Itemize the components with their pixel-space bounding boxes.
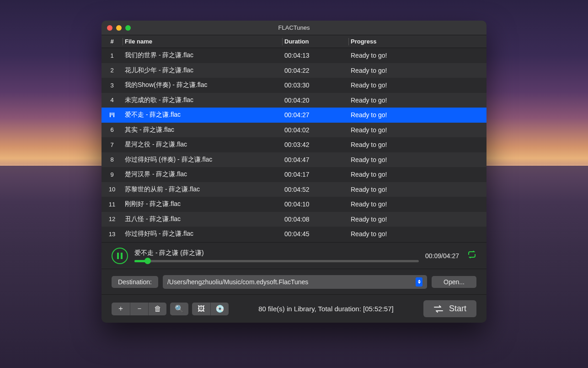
destination-row: Destination: /Users/hengzhuoliu/Music/co… bbox=[102, 269, 486, 294]
minimize-icon[interactable] bbox=[116, 25, 122, 31]
row-duration: 00:04:20 bbox=[283, 97, 348, 104]
start-button[interactable]: Start bbox=[423, 300, 476, 317]
remove-button[interactable]: － bbox=[130, 303, 148, 315]
player-bar: 爱不走 - 薛之谦 (薛之谦) 00:09/04:27 bbox=[102, 242, 486, 269]
table-header: # File name Duration Progress bbox=[102, 35, 486, 48]
destination-path-select[interactable]: /Users/hengzhuoliu/Music/com.edysoft.Fla… bbox=[163, 275, 427, 289]
trash-icon: 🗑 bbox=[154, 305, 161, 313]
column-header-number[interactable]: # bbox=[102, 38, 123, 45]
bottom-toolbar: ＋ － 🗑 🔍 🖼 💿 80 file(s) in Library, Total… bbox=[102, 294, 486, 323]
minus-icon: － bbox=[136, 304, 143, 314]
table-row[interactable]: 6其实 - 薛之谦.flac00:04:02Ready to go! bbox=[102, 123, 486, 138]
row-filename: 我们的世界 - 薛之谦.flac bbox=[123, 51, 282, 60]
row-filename: 苏黎世的从前 - 薛之谦.flac bbox=[123, 185, 282, 194]
table-row[interactable]: 13你过得好吗 - 薛之谦.flac00:04:45Ready to go! bbox=[102, 227, 486, 242]
table-row[interactable]: 10苏黎世的从前 - 薛之谦.flac00:04:52Ready to go! bbox=[102, 182, 486, 197]
row-number: 8 bbox=[102, 156, 123, 163]
row-filename: 刚刚好 - 薛之谦.flac bbox=[123, 200, 282, 208]
table-row[interactable]: 1我们的世界 - 薛之谦.flac00:04:13Ready to go! bbox=[102, 48, 486, 63]
column-header-duration[interactable]: Duration bbox=[283, 38, 348, 45]
row-filename: 丑八怪 - 薛之谦.flac bbox=[123, 215, 282, 223]
row-progress: Ready to go! bbox=[349, 171, 486, 178]
row-filename: 你过得好吗 - 薛之谦.flac bbox=[123, 230, 282, 238]
titlebar[interactable]: FLACTunes bbox=[102, 21, 486, 35]
row-duration: 00:04:27 bbox=[283, 111, 348, 119]
row-duration: 00:04:45 bbox=[283, 230, 348, 238]
row-number: 11 bbox=[102, 201, 123, 208]
row-duration: 00:03:42 bbox=[283, 141, 348, 148]
row-filename: 你过得好吗 (伴奏) - 薛之谦.flac bbox=[123, 156, 282, 164]
seek-thumb[interactable] bbox=[144, 258, 151, 264]
time-display: 00:09/04:27 bbox=[425, 252, 459, 260]
row-progress: Ready to go! bbox=[349, 216, 486, 223]
start-button-label: Start bbox=[449, 304, 466, 314]
destination-path-text: /Users/hengzhuoliu/Music/com.edysoft.Fla… bbox=[167, 278, 308, 286]
row-progress: Ready to go! bbox=[349, 81, 486, 89]
loop-button[interactable] bbox=[465, 249, 478, 262]
playing-indicator-icon bbox=[102, 113, 123, 117]
table-row[interactable]: 爱不走 - 薛之谦.flac00:04:27Ready to go! bbox=[102, 108, 486, 123]
column-header-filename[interactable]: File name bbox=[123, 38, 282, 45]
row-filename: 爱不走 - 薛之谦.flac bbox=[123, 111, 282, 119]
loop-icon bbox=[467, 251, 476, 258]
table-row[interactable]: 4未完成的歌 - 薛之谦.flac00:04:20Ready to go! bbox=[102, 93, 486, 108]
add-button[interactable]: ＋ bbox=[112, 303, 130, 315]
row-progress: Ready to go! bbox=[349, 141, 486, 148]
table-row[interactable]: 8你过得好吗 (伴奏) - 薛之谦.flac00:04:47Ready to g… bbox=[102, 152, 486, 168]
now-playing-title: 爱不走 - 薛之谦 (薛之谦) bbox=[134, 249, 419, 257]
table-row[interactable]: 7星河之役 - 薛之谦.flac00:03:42Ready to go! bbox=[102, 137, 486, 152]
close-icon[interactable] bbox=[107, 25, 112, 31]
convert-icon bbox=[433, 305, 444, 313]
search-icon: 🔍 bbox=[175, 304, 184, 313]
row-number: 10 bbox=[102, 186, 123, 193]
row-duration: 00:04:17 bbox=[283, 171, 348, 178]
row-duration: 00:04:08 bbox=[283, 216, 348, 223]
row-number: 2 bbox=[102, 67, 123, 74]
row-number: 9 bbox=[102, 171, 123, 178]
table-row[interactable]: 9楚河汉界 - 薛之谦.flac00:04:17Ready to go! bbox=[102, 167, 486, 182]
row-filename: 楚河汉界 - 薛之谦.flac bbox=[123, 170, 282, 179]
row-filename: 其实 - 薛之谦.flac bbox=[123, 126, 282, 134]
table-row[interactable]: 2花儿和少年 - 薛之谦.flac00:04:22Ready to go! bbox=[102, 63, 486, 78]
window-title: FLACTunes bbox=[278, 24, 310, 31]
row-duration: 00:04:47 bbox=[283, 156, 348, 163]
fullscreen-icon[interactable] bbox=[125, 25, 131, 31]
row-progress: Ready to go! bbox=[349, 230, 486, 238]
table-row[interactable]: 3我的Show(伴奏) - 薛之谦.flac00:03:30Ready to g… bbox=[102, 78, 486, 93]
destination-label: Destination: bbox=[112, 276, 158, 288]
row-filename: 我的Show(伴奏) - 薛之谦.flac bbox=[123, 81, 282, 89]
column-header-progress[interactable]: Progress bbox=[349, 38, 486, 45]
row-progress: Ready to go! bbox=[349, 126, 486, 134]
table-row[interactable]: 11刚刚好 - 薛之谦.flac00:04:10Ready to go! bbox=[102, 197, 486, 212]
seek-slider[interactable] bbox=[134, 260, 419, 262]
row-progress: Ready to go! bbox=[349, 200, 486, 208]
table-row[interactable]: 12丑八怪 - 薛之谦.flac00:04:08Ready to go! bbox=[102, 212, 486, 227]
row-progress: Ready to go! bbox=[349, 186, 486, 193]
row-number: 6 bbox=[102, 126, 123, 133]
search-button[interactable]: 🔍 bbox=[170, 303, 188, 315]
row-filename: 未完成的歌 - 薛之谦.flac bbox=[123, 96, 282, 104]
app-window: FLACTunes # File name Duration Progress … bbox=[102, 21, 486, 323]
row-filename: 花儿和少年 - 薛之谦.flac bbox=[123, 66, 282, 75]
row-progress: Ready to go! bbox=[349, 67, 486, 74]
delete-button[interactable]: 🗑 bbox=[148, 303, 166, 315]
pause-button[interactable] bbox=[112, 248, 128, 264]
image-icon: 🖼 bbox=[198, 305, 205, 313]
row-duration: 00:04:10 bbox=[283, 200, 348, 208]
row-number: 7 bbox=[102, 141, 123, 148]
row-number: 4 bbox=[102, 97, 123, 103]
row-progress: Ready to go! bbox=[349, 111, 486, 119]
pause-icon bbox=[117, 253, 123, 259]
open-button[interactable]: Open... bbox=[432, 276, 476, 288]
library-status: 80 file(s) in Library, Total duration: [… bbox=[229, 305, 423, 313]
disc-button[interactable]: 💿 bbox=[210, 303, 229, 315]
file-list[interactable]: 1我们的世界 - 薛之谦.flac00:04:13Ready to go!2花儿… bbox=[102, 48, 486, 242]
row-progress: Ready to go! bbox=[349, 97, 486, 104]
row-number: 1 bbox=[102, 52, 123, 59]
artwork-button[interactable]: 🖼 bbox=[192, 303, 210, 315]
row-number: 12 bbox=[102, 216, 123, 222]
row-number: 13 bbox=[102, 231, 123, 238]
row-number: 3 bbox=[102, 82, 123, 89]
dropdown-stepper-icon bbox=[416, 277, 422, 287]
row-duration: 00:03:30 bbox=[283, 81, 348, 89]
